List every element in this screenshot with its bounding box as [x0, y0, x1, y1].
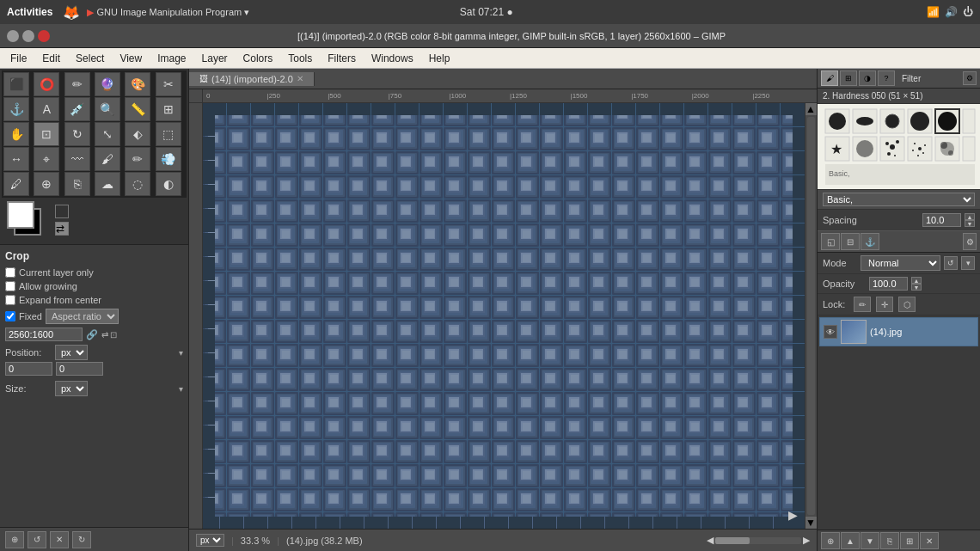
landscape-button[interactable]: ⊡	[110, 330, 117, 340]
mode-select[interactable]: Normal	[861, 255, 940, 271]
menu-select[interactable]: Select	[69, 51, 111, 66]
size-arrow-icon[interactable]: ▾	[179, 384, 183, 394]
move-layer-up-button[interactable]: ▲	[841, 532, 860, 549]
unit-select[interactable]: px	[196, 534, 224, 547]
dimensions-input[interactable]	[5, 328, 83, 341]
minimize-button[interactable]	[7, 30, 19, 42]
new-layer-button[interactable]: ⊕	[821, 532, 840, 549]
swap-colors-button[interactable]: ⇄	[55, 222, 69, 236]
fixed-checkbox[interactable]	[5, 311, 15, 321]
tool-clone[interactable]: ⎘	[64, 172, 90, 196]
expand-from-center-checkbox[interactable]	[5, 295, 15, 305]
brushes-tab[interactable]: 🖌	[821, 70, 838, 86]
tool-paint[interactable]: 🖌	[95, 147, 120, 171]
menu-tools[interactable]: Tools	[281, 51, 319, 66]
scroll-up-button[interactable]: ▲	[805, 103, 817, 115]
delete-layer-button[interactable]: ✕	[920, 532, 939, 549]
tool-warp[interactable]: 〰	[64, 147, 90, 171]
h-scroll-track[interactable]	[715, 537, 801, 544]
undo-button[interactable]: ↺	[28, 531, 46, 548]
duplicate-layer-button[interactable]: ⎘	[880, 532, 899, 549]
position-arrow-icon[interactable]: ▾	[179, 348, 183, 358]
scroll-down-button[interactable]: ▼	[805, 517, 817, 529]
aspect-ratio-select[interactable]: Aspect ratio	[46, 309, 119, 324]
tool-zoom[interactable]: 🔍	[95, 97, 120, 121]
anchor-layer-button[interactable]: ⊞	[900, 532, 919, 549]
tool-dodge[interactable]: ◐	[156, 172, 181, 196]
lock-alpha-button[interactable]: ⬡	[898, 297, 916, 312]
tool-text[interactable]: A	[34, 97, 59, 121]
position-unit-select[interactable]: px	[55, 345, 88, 360]
configure-panel-button[interactable]: ⚙	[963, 233, 977, 250]
tool-heal[interactable]: ⊕	[34, 172, 59, 196]
size-unit-select[interactable]: px	[55, 381, 88, 396]
delete-button[interactable]: ✕	[50, 531, 69, 548]
brush-category-select[interactable]: Basic,	[823, 193, 975, 206]
menu-windows[interactable]: Windows	[364, 51, 420, 66]
swap-dimensions-button[interactable]: ⇄	[101, 330, 108, 340]
gradients-tab[interactable]: ◑	[859, 70, 876, 86]
menu-help[interactable]: Help	[422, 51, 457, 66]
tool-align[interactable]: ⊞	[156, 97, 181, 121]
tool-flip[interactable]: ↔	[3, 147, 29, 171]
canvas-scroll-area[interactable]: ▶	[203, 103, 805, 529]
tool-cage[interactable]: ⌖	[34, 147, 59, 171]
tool-blur[interactable]: ◌	[125, 172, 150, 196]
tool-measure[interactable]: 📏	[125, 97, 150, 121]
menu-filters[interactable]: Filters	[321, 51, 363, 66]
paths-tab-icon[interactable]: ⚓	[861, 233, 879, 250]
chain-link-icon[interactable]: 🔗	[84, 329, 100, 340]
tool-smudge[interactable]: ☁	[95, 172, 120, 196]
menu-edit[interactable]: Edit	[35, 51, 67, 66]
h-scroll-thumb[interactable]	[715, 537, 750, 544]
menu-colors[interactable]: Colors	[236, 51, 280, 66]
opacity-up-button[interactable]: ▲	[911, 277, 922, 284]
tool-shear[interactable]: ⬖	[125, 122, 150, 146]
tool-move[interactable]: ✋	[3, 122, 29, 146]
mode-reset-button[interactable]: ↺	[944, 256, 958, 270]
menu-layer[interactable]: Layer	[195, 51, 235, 66]
tool-ellipse-select[interactable]: ⭕	[34, 72, 59, 96]
lock-position-button[interactable]: ✛	[876, 297, 893, 312]
menu-view[interactable]: View	[113, 51, 149, 66]
help-tab[interactable]: ?	[878, 70, 895, 86]
tool-scissors[interactable]: ✂	[156, 72, 181, 96]
spacing-down-button[interactable]: ▼	[965, 220, 975, 227]
maximize-button[interactable]	[22, 30, 34, 42]
opacity-input[interactable]	[869, 277, 908, 291]
move-layer-down-button[interactable]: ▼	[861, 532, 879, 549]
channels-tab-icon[interactable]: ⊟	[841, 233, 860, 250]
patterns-tab[interactable]: ⊞	[840, 70, 857, 86]
scroll-left-button[interactable]: ◀	[707, 535, 714, 546]
layers-tab-icon[interactable]: ◱	[821, 233, 840, 250]
layer-item[interactable]: 👁 (14).jpg	[819, 317, 978, 346]
position-x-input[interactable]	[5, 362, 52, 376]
allow-growing-checkbox[interactable]	[5, 281, 15, 291]
tool-rotate[interactable]: ↻	[64, 122, 90, 146]
reset-colors-button[interactable]	[55, 205, 69, 218]
new-image-button[interactable]: ⊕	[5, 531, 24, 548]
tool-scale[interactable]: ⤡	[95, 122, 120, 146]
tool-fuzzy-select[interactable]: 🔮	[95, 72, 120, 96]
menu-file[interactable]: File	[3, 51, 34, 66]
close-button[interactable]	[38, 30, 50, 42]
filter-settings-button[interactable]: ⚙	[963, 71, 977, 85]
layer-visibility-button[interactable]: 👁	[824, 325, 837, 339]
tool-perspective[interactable]: ⬚	[156, 122, 181, 146]
position-y-input[interactable]	[56, 362, 103, 376]
mode-options-button[interactable]: ▾	[961, 256, 975, 270]
activities-button[interactable]: Activities	[7, 6, 52, 18]
tool-color-picker[interactable]: 💉	[64, 97, 90, 121]
current-layer-only-checkbox[interactable]	[5, 267, 15, 278]
tool-airbrush[interactable]: 💨	[156, 147, 181, 171]
tool-select-by-color[interactable]: 🎨	[125, 72, 150, 96]
scroll-right-button[interactable]: ▶	[803, 535, 810, 546]
tool-free-select[interactable]: ✏	[64, 72, 90, 96]
horizontal-scrollbar[interactable]: ◀ ▶	[707, 535, 810, 546]
tool-ink[interactable]: 🖊	[3, 172, 29, 196]
tool-pencil[interactable]: ✏	[125, 147, 150, 171]
canvas-tab-main[interactable]: 🖼 (14)] (imported)-2.0 ✕	[189, 72, 315, 86]
lock-pixels-button[interactable]: ✏	[854, 297, 871, 312]
foreground-background-colors[interactable]	[7, 201, 45, 239]
menu-image[interactable]: Image	[150, 51, 193, 66]
